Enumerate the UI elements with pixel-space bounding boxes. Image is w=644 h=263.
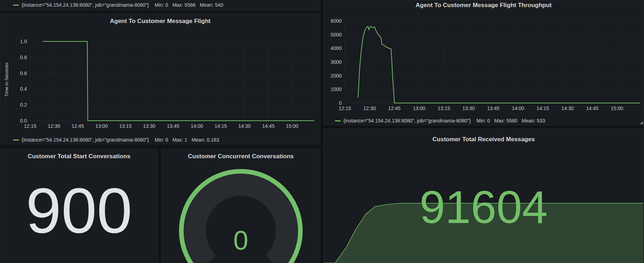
legend-stat-min: Min: 0 <box>476 118 490 124</box>
panel-customer-concurrent-conversations: Customer Concurrent Conversations 0 <box>161 149 320 263</box>
svg-text:12:15: 12:15 <box>24 123 36 129</box>
svg-text:13:00: 13:00 <box>95 123 108 129</box>
svg-text:13:45: 13:45 <box>487 105 499 111</box>
svg-text:14:45: 14:45 <box>586 105 599 111</box>
legend-stat-mean: Mean: 533 <box>522 118 545 124</box>
svg-text:3000: 3000 <box>331 59 342 65</box>
svg-text:1.0: 1.0 <box>20 39 27 44</box>
legend-stat-min: Min: 0 <box>155 137 168 143</box>
panel-customer-total-received-messages: Customer Total Received Messages 91604 <box>323 128 644 263</box>
legend-stat-mean: Mean: 0.163 <box>191 137 219 143</box>
svg-text:5000: 5000 <box>331 32 342 38</box>
panel-agent-flight: Agent To Customer Message Flight Time in… <box>0 13 320 144</box>
time-series-chart[interactable]: 12:1512:3012:4513:0013:1513:3013:4514:00… <box>0 29 320 135</box>
svg-text:0.4: 0.4 <box>20 86 27 92</box>
svg-text:12:15: 12:15 <box>338 105 351 111</box>
series-color-dash-icon <box>13 5 19 6</box>
panel-resize-handle-icon[interactable] <box>640 121 643 124</box>
svg-text:12:45: 12:45 <box>388 105 401 111</box>
svg-text:12:30: 12:30 <box>363 105 376 111</box>
svg-text:13:15: 13:15 <box>438 105 450 111</box>
chart-legend: {instance="54.154.24.138:8080", job="gra… <box>0 135 320 144</box>
svg-text:13:15: 13:15 <box>119 123 131 129</box>
svg-text:13:00: 13:00 <box>413 105 425 111</box>
legend-stat-min: Min: 0 <box>155 2 168 8</box>
panel-title[interactable]: Customer Concurrent Conversations <box>162 149 320 164</box>
svg-text:13:45: 13:45 <box>167 123 179 129</box>
panel-cropped-top-chart: {instance="54.154.24.138:8080", job="gra… <box>0 0 320 11</box>
panel-title[interactable]: Customer Total Start Conversations <box>0 149 158 164</box>
svg-text:12:45: 12:45 <box>72 123 84 129</box>
stat-value: 900 <box>0 179 158 242</box>
svg-text:14:00: 14:00 <box>191 123 203 129</box>
series-color-dash-icon <box>13 139 19 141</box>
svg-text:6000: 6000 <box>331 18 342 24</box>
svg-text:14:15: 14:15 <box>537 105 549 111</box>
legend-stat-max: Max: 5580 <box>494 118 517 124</box>
legend-series-label[interactable]: {instance="54.154.24.138:8080", job="gra… <box>22 2 149 8</box>
legend-series-label[interactable]: {instance="54.154.24.138:8080", job="gra… <box>343 118 471 124</box>
time-series-chart[interactable]: 12:1512:3012:4513:0013:1513:3013:4514:00… <box>324 10 644 116</box>
chart-legend: {instance="54.154.24.138:8080", job="gra… <box>324 116 644 125</box>
svg-text:14:30: 14:30 <box>238 123 251 129</box>
legend-stat-mean: Mean: 540 <box>200 2 223 8</box>
legend-series-label[interactable]: {instance="54.154.24.138:8080", job="gra… <box>22 137 149 143</box>
svg-text:14:15: 14:15 <box>214 123 227 129</box>
svg-text:0.2: 0.2 <box>20 102 27 108</box>
panel-customer-total-start-conversations: Customer Total Start Conversations 900 <box>0 149 158 263</box>
svg-text:14:45: 14:45 <box>262 123 275 129</box>
svg-text:0.6: 0.6 <box>20 70 27 76</box>
series-color-dash-icon <box>335 120 341 121</box>
svg-text:0.8: 0.8 <box>20 55 27 60</box>
legend-stat-max: Max: 1 <box>172 137 187 143</box>
svg-text:0.0: 0.0 <box>20 118 27 124</box>
svg-text:13:30: 13:30 <box>462 105 475 111</box>
svg-text:12:30: 12:30 <box>48 123 60 129</box>
svg-text:0: 0 <box>339 100 342 106</box>
panel-title[interactable]: Agent To Customer Message Flight Through… <box>324 0 644 10</box>
gauge-value: 0 <box>162 227 320 254</box>
panel-title[interactable]: Agent To Customer Message Flight <box>0 14 320 29</box>
panel-agent-flight-throughput: Agent To Customer Message Flight Through… <box>323 0 644 125</box>
svg-text:14:30: 14:30 <box>561 105 574 111</box>
svg-text:4000: 4000 <box>331 45 342 51</box>
chart-legend: {instance="54.154.24.138:8080", job="gra… <box>0 0 320 10</box>
svg-text:2000: 2000 <box>331 73 342 79</box>
legend-stat-max: Max: 5566 <box>172 2 195 8</box>
svg-text:13:30: 13:30 <box>143 123 156 129</box>
svg-text:15:00: 15:00 <box>286 123 298 129</box>
svg-text:1000: 1000 <box>331 86 342 92</box>
svg-text:14:00: 14:00 <box>512 105 524 111</box>
svg-text:15:00: 15:00 <box>611 105 623 111</box>
stat-value: 91604 <box>324 184 644 230</box>
panel-title[interactable]: Customer Total Received Messages <box>324 129 644 150</box>
